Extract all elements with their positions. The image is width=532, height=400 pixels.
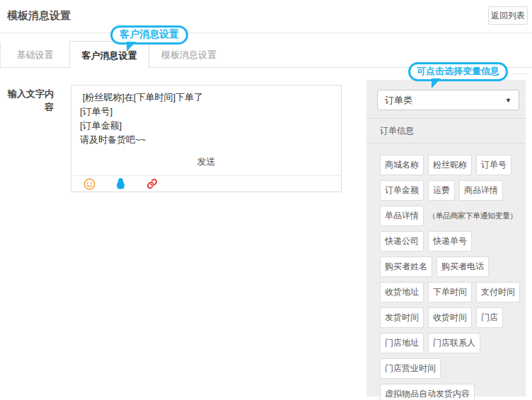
variable-button[interactable]: 门店营业时间 <box>380 358 441 379</box>
variable-button[interactable]: 支付时间 <box>476 282 520 302</box>
variable-button-list: 商城名称粉丝昵称订单号订单金额运费商品详情单品详情（单品商家下单通知变量）快递公… <box>366 143 526 400</box>
variable-row: 商城名称粉丝昵称订单号 <box>380 155 520 175</box>
variable-category-select[interactable]: 订单类 ▼ <box>377 90 519 110</box>
variable-row: 门店地址门店联系人 <box>380 333 520 353</box>
message-editor[interactable]: [粉丝昵称]在[下单时间]下单了 [订单号] [订单金额] 请及时备货吧~~ 发… <box>71 85 342 192</box>
variable-button[interactable]: 购买者姓名 <box>380 257 432 277</box>
variable-button[interactable]: 收货时间 <box>428 307 472 328</box>
variable-row: 购买者姓名购买者电话 <box>380 257 520 277</box>
qq-icon[interactable] <box>115 178 127 190</box>
variable-row: 订单金额运费商品详情 <box>380 180 520 201</box>
variable-button[interactable]: 单品详情 <box>380 206 424 226</box>
variable-button[interactable]: 门店地址 <box>380 333 424 353</box>
variable-button[interactable]: 购买者电话 <box>436 257 489 277</box>
link-icon[interactable] <box>146 178 158 190</box>
variable-row: 虚拟物品自动发货内容 <box>380 384 520 400</box>
message-content-label: 输入文字内容 <box>6 87 54 114</box>
tab-basic-settings[interactable]: 基础设置 <box>1 42 69 68</box>
back-to-list-button[interactable]: 返回列表 <box>488 6 528 25</box>
emoji-icon[interactable] <box>83 178 96 190</box>
variable-button[interactable]: 发货时间 <box>380 307 424 328</box>
callout-customer-message-settings: 客户消息设置 <box>110 25 188 45</box>
variable-button[interactable]: 收货地址 <box>380 282 424 302</box>
page-title: 模板消息设置 <box>7 9 71 23</box>
send-label: 发送 <box>71 155 341 168</box>
variable-button[interactable]: 订单号 <box>476 155 511 175</box>
variable-button[interactable]: 快递单号 <box>428 231 472 252</box>
variable-button[interactable]: 下单时间 <box>428 282 472 302</box>
variable-button[interactable]: 虚拟物品自动发货内容 <box>380 384 475 400</box>
tab-customer-message-settings[interactable]: 客户消息设置 <box>69 41 149 69</box>
chevron-down-icon: ▼ <box>505 97 511 104</box>
tab-template-message-settings[interactable]: 模板消息设置 <box>149 42 229 68</box>
variable-button[interactable]: 门店 <box>476 307 503 328</box>
variable-button[interactable]: 门店联系人 <box>428 333 480 353</box>
callout-variable-info: 可点击选择变量信息 <box>408 62 508 81</box>
variable-button[interactable]: 运费 <box>428 180 455 201</box>
variable-note: （单品商家下单通知变量） <box>428 211 517 221</box>
variable-button[interactable]: 商城名称 <box>380 155 424 175</box>
editor-toolbar <box>71 175 341 192</box>
variable-row: 收货地址下单时间支付时间 <box>380 282 520 302</box>
small-divider <box>511 73 530 74</box>
variable-button[interactable]: 快递公司 <box>380 231 424 252</box>
header-divider <box>0 33 532 33</box>
variable-button[interactable]: 订单金额 <box>380 180 424 201</box>
variable-row: 门店营业时间 <box>380 358 520 379</box>
message-text[interactable]: [粉丝昵称]在[下单时间]下单了 [订单号] [订单金额] 请及时备货吧~~ <box>71 86 341 147</box>
variable-row: 单品详情（单品商家下单通知变量） <box>380 206 520 226</box>
variable-row: 快递公司快递单号 <box>380 231 520 252</box>
variable-button[interactable]: 粉丝昵称 <box>428 155 472 175</box>
template-message-settings-page: 模板消息设置 返回列表 基础设置 客户消息设置 模板消息设置 客户消息设置 可点… <box>0 0 532 400</box>
variable-row: 发货时间收货时间门店 <box>380 307 520 328</box>
variable-button[interactable]: 商品详情 <box>459 180 503 201</box>
variable-section-title: 订单信息 <box>366 118 526 143</box>
variable-category-value: 订单类 <box>385 94 412 107</box>
variable-panel: 订单类 ▼ 订单信息 商城名称粉丝昵称订单号订单金额运费商品详情单品详情（单品商… <box>366 80 526 396</box>
